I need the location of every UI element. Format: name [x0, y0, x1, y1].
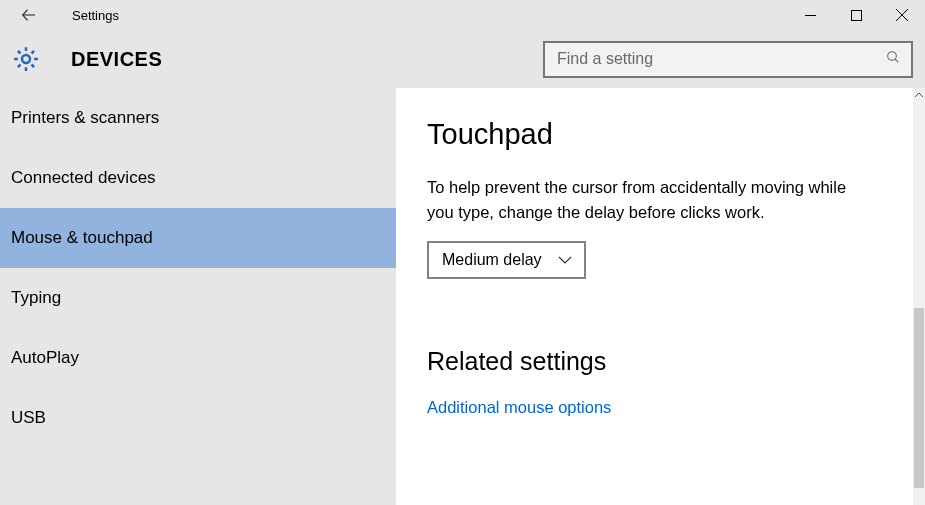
sidebar: Printers & scanners Connected devices Mo…	[0, 88, 396, 505]
close-icon	[896, 9, 908, 21]
search-input[interactable]	[557, 50, 885, 68]
sidebar-item-label: USB	[11, 408, 46, 428]
close-button[interactable]	[879, 0, 925, 30]
sidebar-item-label: AutoPlay	[11, 348, 79, 368]
gear-icon	[11, 44, 41, 74]
sidebar-item-usb[interactable]: USB	[0, 388, 396, 448]
search-icon	[885, 49, 901, 69]
sidebar-item-connected-devices[interactable]: Connected devices	[0, 148, 396, 208]
sidebar-item-mouse-touchpad[interactable]: Mouse & touchpad	[0, 208, 396, 268]
back-button[interactable]	[14, 0, 44, 30]
minimize-icon	[805, 10, 816, 21]
sidebar-item-label: Connected devices	[11, 168, 156, 188]
scroll-up-arrow-icon[interactable]	[913, 88, 925, 102]
svg-point-6	[888, 52, 897, 61]
sidebar-item-label: Mouse & touchpad	[11, 228, 153, 248]
maximize-icon	[851, 10, 862, 21]
back-arrow-icon	[20, 6, 38, 24]
header: DEVICES	[0, 30, 925, 88]
window-title: Settings	[72, 8, 119, 23]
content-pane: Touchpad To help prevent the cursor from…	[396, 88, 913, 505]
additional-mouse-options-link[interactable]: Additional mouse options	[427, 398, 883, 417]
related-heading: Related settings	[427, 347, 883, 376]
vertical-scrollbar[interactable]	[913, 88, 925, 505]
section-heading: Touchpad	[427, 118, 883, 151]
sidebar-item-printers-scanners[interactable]: Printers & scanners	[0, 88, 396, 148]
svg-rect-2	[851, 10, 861, 20]
search-box[interactable]	[543, 41, 913, 78]
svg-line-7	[895, 59, 898, 62]
sidebar-item-label: Typing	[11, 288, 61, 308]
delay-dropdown[interactable]: Medium delay	[427, 241, 586, 279]
maximize-button[interactable]	[833, 0, 879, 30]
sidebar-item-autoplay[interactable]: AutoPlay	[0, 328, 396, 388]
sidebar-item-label: Printers & scanners	[11, 108, 159, 128]
section-description: To help prevent the cursor from accident…	[427, 175, 867, 225]
category-title: DEVICES	[71, 48, 162, 71]
dropdown-value: Medium delay	[442, 251, 542, 269]
sidebar-item-typing[interactable]: Typing	[0, 268, 396, 328]
chevron-down-icon	[558, 251, 572, 269]
title-bar: Settings	[0, 0, 925, 30]
scroll-thumb[interactable]	[914, 308, 924, 488]
minimize-button[interactable]	[787, 0, 833, 30]
svg-point-5	[22, 55, 30, 63]
